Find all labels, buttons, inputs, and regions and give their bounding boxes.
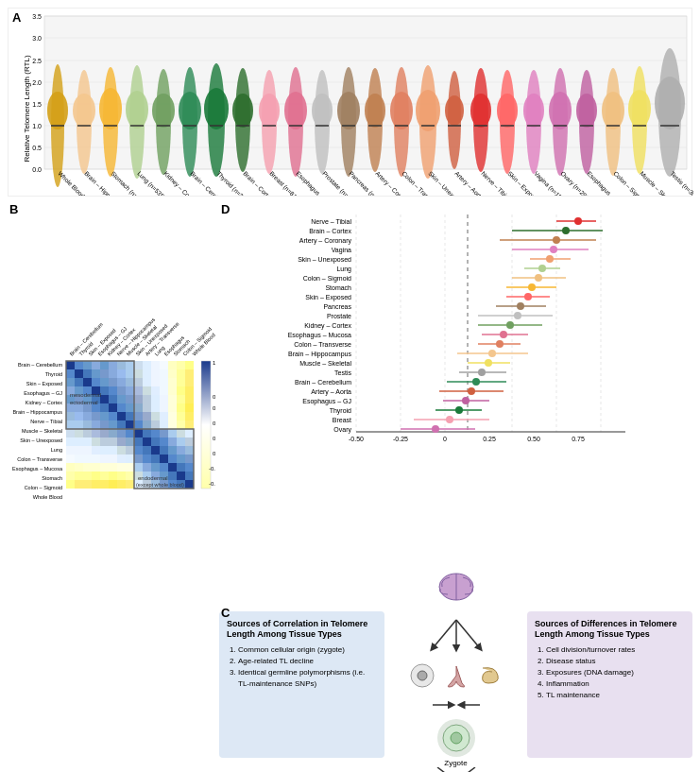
svg-rect-270 (185, 446, 194, 455)
svg-rect-237 (160, 429, 168, 437)
svg-rect-229 (92, 429, 100, 437)
svg-rect-203 (126, 412, 134, 420)
svg-rect-133 (168, 369, 177, 378)
svg-rect-144 (134, 378, 143, 386)
svg-point-23 (152, 94, 175, 128)
svg-point-77 (628, 90, 651, 128)
svg-rect-114 (134, 361, 143, 369)
svg-rect-146 (151, 378, 160, 386)
svg-rect-320 (100, 480, 109, 489)
label-pancreas: Pancreas (323, 303, 351, 310)
svg-point-369 (496, 340, 504, 348)
svg-point-74 (602, 92, 624, 129)
svg-rect-228 (83, 429, 92, 437)
svg-point-349 (550, 246, 557, 253)
svg-point-377 (472, 378, 480, 386)
svg-rect-242 (75, 437, 83, 446)
svg-rect-286 (66, 463, 75, 472)
svg-rect-197 (75, 412, 83, 420)
svg-rect-187 (117, 403, 126, 412)
row-label-14: Colon – Sigmoid (25, 485, 62, 490)
svg-point-371 (488, 350, 496, 357)
row-label-9: Skin – Unexposed (20, 437, 62, 443)
svg-rect-176 (151, 395, 160, 403)
svg-rect-220 (143, 420, 151, 429)
svg-rect-254 (177, 437, 185, 446)
svg-rect-275 (100, 455, 109, 463)
x-tick-n25: -0.25 (393, 436, 408, 442)
svg-rect-155 (100, 386, 109, 395)
svg-rect-139 (92, 378, 100, 386)
svg-rect-106 (66, 361, 75, 369)
svg-rect-110 (100, 361, 109, 369)
svg-rect-162 (160, 386, 168, 395)
svg-rect-323 (126, 480, 134, 489)
svg-point-345 (562, 227, 570, 234)
svg-rect-135 (185, 369, 194, 378)
panel-c: C Sources of Correlation in Telomere Len… (219, 604, 692, 764)
svg-rect-147 (160, 378, 168, 386)
row-label-8: Muscle – Skeletal (22, 428, 62, 434)
panel-c-left-list: Common cellular origin (zygote) Age-rela… (227, 644, 377, 690)
svg-point-387 (432, 425, 439, 433)
svg-rect-121 (66, 369, 75, 378)
row-label-2: Thyroid (45, 371, 62, 377)
svg-rect-307 (117, 472, 126, 480)
panel-c-right-item-4: Inflammation (546, 678, 685, 690)
svg-rect-264 (134, 446, 143, 455)
svg-point-357 (528, 283, 536, 291)
svg-rect-117 (160, 361, 168, 369)
label-artery-aorta: Artery – Aorta (311, 388, 351, 396)
svg-point-38 (284, 92, 307, 129)
x-tick-n50: -0.50 (349, 436, 364, 442)
svg-rect-119 (177, 361, 185, 369)
svg-point-26 (179, 92, 201, 129)
svg-rect-150 (185, 378, 194, 386)
svg-rect-301 (66, 472, 75, 480)
panel-b: B Brain – Cerebellum Thyroid Skin – Expo… (8, 200, 215, 764)
x-tick-75: 0.75 (572, 436, 585, 442)
svg-rect-170 (100, 395, 109, 403)
svg-rect-165 (185, 386, 194, 395)
panel-d-svg: D (219, 200, 673, 446)
svg-rect-115 (143, 361, 151, 369)
svg-rect-113 (126, 361, 134, 369)
label-ovary: Ovary (333, 426, 351, 434)
svg-point-343 (574, 217, 582, 225)
svg-rect-294 (134, 463, 143, 472)
row-label-6: Brain – Hippocampus (12, 409, 62, 415)
svg-rect-191 (151, 403, 160, 412)
mesodermal-label: mesodermal (70, 392, 101, 398)
svg-rect-247 (117, 437, 126, 446)
label-esoph-gj: Esophagus – GJ (302, 398, 351, 405)
svg-point-14 (73, 94, 95, 128)
main-container: A Relative Telomere Length (RTL) 0.0 0.5… (0, 0, 700, 772)
svg-rect-300 (185, 463, 194, 472)
svg-rect-315 (185, 472, 194, 480)
svg-rect-136 (66, 378, 75, 386)
svg-rect-284 (177, 455, 185, 463)
row-label-5: Kidney – Cortex (26, 400, 62, 405)
row-label-12: Esophagus – Mucosa (12, 466, 63, 472)
endodermal-label: endodermal (138, 475, 168, 481)
svg-rect-316 (66, 480, 75, 489)
svg-rect-224 (177, 420, 185, 429)
panel-c-left-item-2: Age-related TL decline (238, 656, 377, 667)
svg-rect-209 (177, 412, 185, 420)
svg-rect-192 (160, 403, 168, 412)
svg-point-32 (232, 94, 253, 128)
label-stomach: Stomach (325, 284, 351, 291)
svg-rect-107 (75, 361, 83, 369)
svg-rect-215 (100, 420, 109, 429)
label-testis: Testis (334, 369, 351, 376)
svg-line-399 (437, 767, 456, 773)
svg-rect-129 (134, 369, 143, 378)
svg-rect-255 (185, 437, 194, 446)
arrows-diagram (418, 615, 494, 662)
svg-rect-304 (92, 472, 100, 480)
panel-c-label: C (221, 606, 230, 620)
svg-rect-219 (134, 420, 143, 429)
svg-line-400 (456, 767, 475, 773)
svg-rect-157 (117, 386, 126, 395)
svg-rect-290 (100, 463, 109, 472)
